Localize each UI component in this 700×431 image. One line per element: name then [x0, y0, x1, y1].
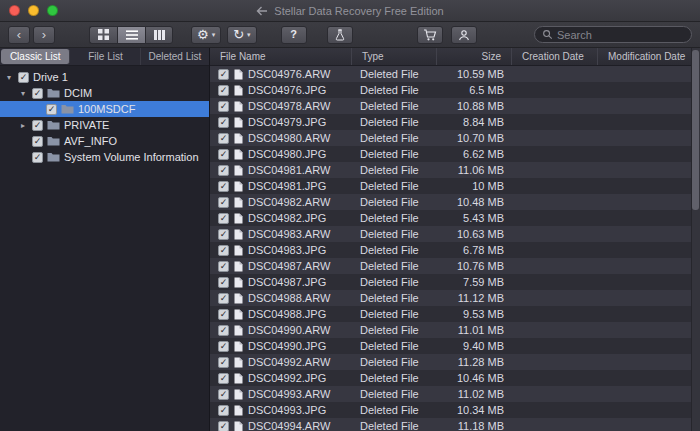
table-row[interactable]: ✓DSC04982.ARWDeleted File10.48 MB: [210, 194, 700, 210]
column-header-file-name[interactable]: File Name: [210, 48, 352, 65]
checkbox[interactable]: ✓: [218, 357, 229, 368]
nav-back-button[interactable]: ‹: [8, 26, 30, 44]
chevron-down-icon[interactable]: ▾: [18, 89, 28, 98]
cell-size: 11.12 MB: [437, 292, 512, 304]
checkbox[interactable]: ✓: [218, 85, 229, 96]
checkbox[interactable]: ✓: [218, 229, 229, 240]
table-row[interactable]: ✓DSC04992.ARWDeleted File11.28 MB: [210, 354, 700, 370]
zoom-button[interactable]: [47, 5, 58, 16]
tab-file-list[interactable]: File List: [71, 48, 140, 65]
checkbox[interactable]: ✓: [32, 152, 43, 163]
column-header-modification-date[interactable]: Modification Date: [598, 48, 700, 65]
account-button[interactable]: [451, 26, 477, 44]
table-row[interactable]: ✓DSC04982.JPGDeleted File5.43 MB: [210, 210, 700, 226]
chevron-right-icon[interactable]: ▸: [18, 121, 28, 130]
checkbox[interactable]: ✓: [218, 117, 229, 128]
table-row[interactable]: ✓DSC04983.JPGDeleted File6.78 MB: [210, 242, 700, 258]
table-row[interactable]: ✓DSC04988.JPGDeleted File9.53 MB: [210, 306, 700, 322]
checkbox[interactable]: ✓: [218, 69, 229, 80]
close-button[interactable]: [9, 5, 20, 16]
cell-type: Deleted File: [352, 212, 437, 224]
column-header-creation-date[interactable]: Creation Date: [512, 48, 598, 65]
checkbox[interactable]: ✓: [218, 293, 229, 304]
checkbox[interactable]: ✓: [218, 245, 229, 256]
traffic-lights: [9, 5, 58, 16]
tree-item-avf-info[interactable]: ✓AVF_INFO: [0, 133, 209, 149]
cell-type: Deleted File: [352, 132, 437, 144]
table-row[interactable]: ✓DSC04983.ARWDeleted File10.63 MB: [210, 226, 700, 242]
checkbox[interactable]: ✓: [32, 136, 43, 147]
checkbox[interactable]: ✓: [18, 72, 29, 83]
minimize-button[interactable]: [28, 5, 39, 16]
table-row[interactable]: ✓DSC04990.ARWDeleted File11.01 MB: [210, 322, 700, 338]
tree-item-private[interactable]: ▸✓PRIVATE: [0, 117, 209, 133]
table-row[interactable]: ✓DSC04993.ARWDeleted File11.02 MB: [210, 386, 700, 402]
cell-file-name: ✓DSC04992.ARW: [210, 356, 352, 368]
table-row[interactable]: ✓DSC04979.JPGDeleted File8.84 MB: [210, 114, 700, 130]
settings-button[interactable]: ⚙ ▾: [191, 26, 221, 44]
search-input[interactable]: [557, 29, 684, 41]
tab-deleted-list[interactable]: Deleted List: [141, 48, 209, 65]
checkbox[interactable]: ✓: [218, 309, 229, 320]
table-row[interactable]: ✓DSC04993.JPGDeleted File10.34 MB: [210, 402, 700, 418]
checkbox[interactable]: ✓: [218, 261, 229, 272]
checkbox[interactable]: ✓: [218, 149, 229, 160]
table-row[interactable]: ✓DSC04981.ARWDeleted File11.06 MB: [210, 162, 700, 178]
file-icon: [234, 101, 243, 112]
table-row[interactable]: ✓DSC04978.ARWDeleted File10.88 MB: [210, 98, 700, 114]
checkbox[interactable]: ✓: [218, 197, 229, 208]
column-view-button[interactable]: [145, 26, 173, 44]
file-name: DSC04987.JPG: [248, 276, 326, 288]
checkbox[interactable]: ✓: [218, 421, 229, 431]
checkbox[interactable]: ✓: [218, 405, 229, 416]
table-row[interactable]: ✓DSC04992.JPGDeleted File10.46 MB: [210, 370, 700, 386]
drive-monitor-button[interactable]: [327, 26, 353, 44]
column-header-type[interactable]: Type: [352, 48, 437, 65]
cell-file-name: ✓DSC04987.JPG: [210, 276, 352, 288]
tree-item-system-volume-information[interactable]: ✓System Volume Information: [0, 149, 209, 165]
scrollbar-thumb[interactable]: [692, 50, 699, 210]
checkbox[interactable]: ✓: [218, 101, 229, 112]
nav-forward-button[interactable]: ›: [33, 26, 55, 44]
column-header-size[interactable]: Size: [437, 48, 512, 65]
checkbox[interactable]: ✓: [218, 341, 229, 352]
checkbox[interactable]: ✓: [218, 213, 229, 224]
grid-view-button[interactable]: [89, 26, 117, 44]
table-row[interactable]: ✓DSC04988.ARWDeleted File11.12 MB: [210, 290, 700, 306]
back-icon[interactable]: [256, 6, 268, 16]
cell-size: 11.06 MB: [437, 164, 512, 176]
table-row[interactable]: ✓DSC04987.ARWDeleted File10.76 MB: [210, 258, 700, 274]
checkbox[interactable]: ✓: [32, 88, 43, 99]
checkbox[interactable]: ✓: [218, 165, 229, 176]
table-row[interactable]: ✓DSC04987.JPGDeleted File7.59 MB: [210, 274, 700, 290]
table-row[interactable]: ✓DSC04980.ARWDeleted File10.70 MB: [210, 130, 700, 146]
table-row[interactable]: ✓DSC04980.JPGDeleted File6.62 MB: [210, 146, 700, 162]
cell-size: 6.62 MB: [437, 148, 512, 160]
checkbox[interactable]: ✓: [218, 325, 229, 336]
checkbox[interactable]: ✓: [218, 133, 229, 144]
checkbox[interactable]: ✓: [218, 277, 229, 288]
table-row[interactable]: ✓DSC04990.JPGDeleted File9.40 MB: [210, 338, 700, 354]
table-row[interactable]: ✓DSC04994.ARWDeleted File11.18 MB: [210, 418, 700, 431]
checkbox[interactable]: ✓: [218, 389, 229, 400]
table-row[interactable]: ✓DSC04981.JPGDeleted File10 MB: [210, 178, 700, 194]
tab-classic-list[interactable]: Classic List: [1, 49, 70, 64]
tree-item-drive-1[interactable]: ▾✓Drive 1: [0, 69, 209, 85]
list-view-button[interactable]: [117, 26, 145, 44]
checkbox[interactable]: ✓: [32, 120, 43, 131]
checkbox[interactable]: ✓: [218, 373, 229, 384]
help-button[interactable]: ?: [281, 26, 307, 44]
table-row[interactable]: ✓DSC04976.ARWDeleted File10.59 MB: [210, 66, 700, 82]
search-field[interactable]: [534, 26, 692, 43]
table-row[interactable]: ✓DSC04976.JPGDeleted File6.5 MB: [210, 82, 700, 98]
vertical-scrollbar[interactable]: [691, 48, 700, 431]
chevron-down-icon[interactable]: ▾: [4, 73, 14, 82]
checkbox[interactable]: ✓: [46, 104, 57, 115]
tree-item-dcim[interactable]: ▾✓DCIM: [0, 85, 209, 101]
checkbox[interactable]: ✓: [218, 181, 229, 192]
tree-item-100msdcf[interactable]: ✓100MSDCF: [0, 101, 209, 117]
folder-icon: [47, 120, 60, 130]
resume-recovery-button[interactable]: ↻ ▾: [227, 26, 256, 44]
buy-button[interactable]: [417, 26, 443, 44]
file-icon: [234, 405, 243, 416]
